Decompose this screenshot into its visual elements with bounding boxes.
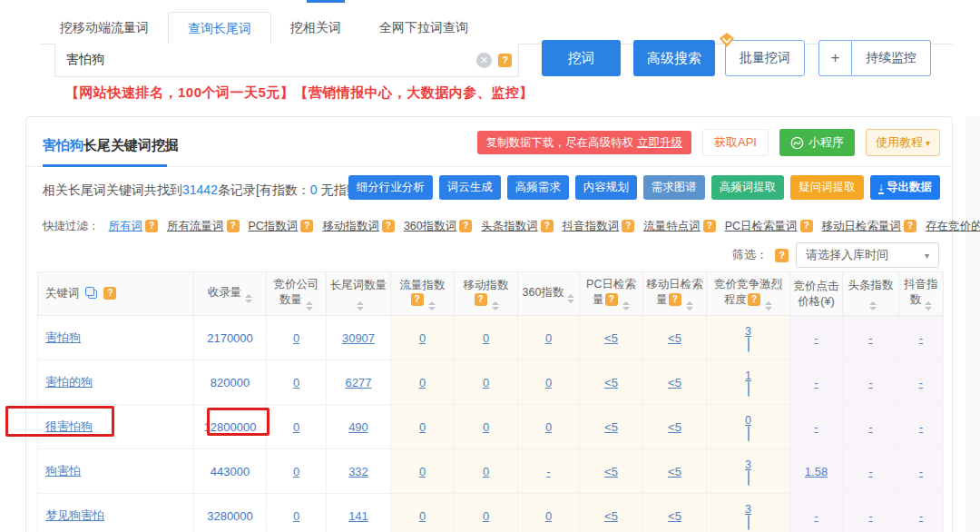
longtail-count-link[interactable]: 30907 [342,331,375,345]
keyword-link[interactable]: 狗害怕 [45,464,81,478]
tab-longtail-query[interactable]: 查询长尾词 [168,12,271,44]
sort-icon[interactable] [245,294,252,303]
toutiao-index-link[interactable]: - [868,509,872,523]
bid-level-link[interactable]: 0 [710,414,787,427]
upgrade-now-link[interactable]: 立即升级 [637,136,682,149]
upgrade-promo-badge[interactable]: 复制数据下载，尽在高级特权立即升级 [477,131,692,154]
help-icon[interactable]: ? [300,220,313,232]
mobile-index-link[interactable]: 0 [483,420,489,434]
mobile-daily-link[interactable]: <5 [668,420,681,434]
clear-input-icon[interactable]: ✕ [476,53,492,68]
sort-icon[interactable] [357,301,364,310]
keyword-search-input[interactable] [54,44,519,77]
help-icon[interactable]: ? [669,293,681,306]
bid-companies-link[interactable]: 0 [293,420,299,434]
bid-price-link[interactable]: - [814,331,818,345]
toutiao-index-link[interactable]: - [868,465,872,478]
keyword-link[interactable]: 害怕狗 [45,330,81,344]
col-bid-competition[interactable]: 竞价竞争激烈程度? [707,272,790,316]
help-icon[interactable]: ? [605,293,618,306]
mobile-index-link[interactable]: 0 [483,331,489,345]
storage-time-select[interactable]: 请选择入库时间 ▾ [796,242,939,268]
filter-mobile-index-words[interactable]: 移动指数词 [322,220,379,232]
help-icon[interactable]: ? [748,293,760,306]
mobile-index-link[interactable]: 0 [483,465,489,478]
help-icon[interactable]: ? [775,249,789,262]
360-index-link[interactable]: - [546,465,550,478]
sort-icon[interactable] [686,301,693,310]
360-index-link[interactable]: 0 [545,376,552,389]
demand-map-button[interactable]: 需求图谱 [643,175,705,200]
bid-companies-link[interactable]: 0 [293,465,299,478]
export-data-button[interactable]: ↓导出数据 [870,175,940,200]
col-pc-daily-search[interactable]: PC日检索量? [580,272,643,316]
filter-pc-index-words[interactable]: PC指数词 [249,220,299,232]
bid-level-link[interactable]: 3 [710,325,787,338]
col-longtail-count[interactable]: 长尾词数量 [327,272,391,316]
tab-related-words[interactable]: 挖相关词 [271,12,360,44]
sort-icon[interactable] [622,301,630,310]
filter-douyin-index-words[interactable]: 抖音指数词 [563,220,620,232]
batch-dig-button[interactable]: 批量挖词 [725,40,805,76]
sort-icon[interactable] [306,301,313,310]
col-360-index[interactable]: 360指数 [518,272,580,316]
sort-icon[interactable] [567,294,574,303]
pc-daily-link[interactable]: <5 [604,331,618,345]
tutorial-button[interactable]: 使用教程▾ [866,129,940,156]
longtail-count-link[interactable]: 490 [348,420,368,434]
bid-companies-link[interactable]: 0 [293,509,299,523]
longtail-count-link[interactable]: 141 [348,509,368,523]
tab-mobile-traffic-words[interactable]: 挖移动端流量词 [41,12,168,44]
traffic-index-link[interactable]: 0 [419,509,426,523]
col-bid-companies[interactable]: 竞价公司数量 [267,272,327,316]
toutiao-index-link[interactable]: - [868,331,872,345]
col-index-count[interactable]: 收录量 [194,272,267,316]
bid-price-link[interactable]: 1.58 [805,465,828,478]
high-freq-extract-button[interactable]: 高频词提取 [711,175,785,200]
toutiao-index-link[interactable]: - [868,420,872,434]
sort-icon[interactable] [869,301,877,310]
keyword-link[interactable]: 害怕的狗 [45,375,93,389]
mobile-daily-link[interactable]: <5 [668,376,681,389]
high-freq-demand-button[interactable]: 高频需求 [507,175,569,200]
sort-icon[interactable] [428,301,436,310]
filter-traffic-feature-words[interactable]: 流量特点词 [643,220,701,232]
help-icon[interactable]: ? [382,220,395,232]
help-icon[interactable]: ? [459,220,472,232]
col-traffic-index[interactable]: 流量指数? [391,272,455,316]
longtail-count-link[interactable]: 6277 [346,376,372,389]
douyin-index-link[interactable]: - [919,331,923,345]
miniprogram-button[interactable]: 小程序 [779,129,855,156]
traffic-index-link[interactable]: 0 [419,376,426,389]
promo-notice[interactable]: 【网站快速排名，100个词一天5元】【营销情报中心，大数据内参、监控】 [65,84,534,102]
industry-analysis-button[interactable]: 细分行业分析 [348,175,433,200]
wordcloud-button[interactable]: 词云生成 [439,175,501,200]
longtail-count-link[interactable]: 332 [348,465,368,478]
pc-daily-link[interactable]: <5 [604,509,618,523]
filter-all-words[interactable]: 所有词 [109,220,143,232]
search-help-icon[interactable]: ? [498,54,512,67]
content-plan-button[interactable]: 内容规划 [575,175,637,200]
advanced-search-button[interactable]: 高级搜索 [633,40,715,76]
douyin-index-link[interactable]: - [919,420,923,434]
sort-icon[interactable] [765,301,772,310]
douyin-index-link[interactable]: - [919,465,923,478]
mobile-daily-link[interactable]: <5 [668,465,681,478]
bid-companies-link[interactable]: 0 [293,331,299,345]
traffic-index-link[interactable]: 0 [419,465,426,478]
help-icon[interactable]: ? [622,220,634,232]
filter-toutiao-index-words[interactable]: 头条指数词 [481,220,538,232]
traffic-index-link[interactable]: 0 [419,420,426,434]
help-icon[interactable]: ? [541,220,554,232]
pc-daily-link[interactable]: <5 [604,376,618,389]
bid-level-link[interactable]: 3 [710,503,787,516]
360-index-link[interactable]: 0 [545,420,552,434]
bid-price-link[interactable]: - [814,509,818,523]
bid-level-link[interactable]: 3 [710,458,787,471]
pc-daily-link[interactable]: <5 [604,465,618,478]
filter-pc-daily-search-words[interactable]: PC日检索量词 [725,220,798,232]
mobile-daily-link[interactable]: <5 [668,509,681,523]
filter-360-index-words[interactable]: 360指数词 [404,220,456,232]
copy-icon[interactable] [85,287,97,299]
mobile-index-link[interactable]: 0 [483,376,489,389]
